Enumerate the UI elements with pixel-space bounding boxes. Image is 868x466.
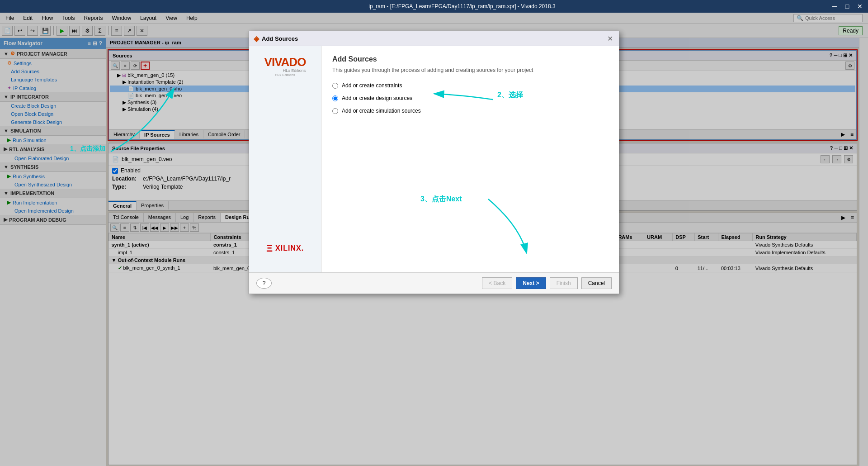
modal-body: VIVADO HLx Editions HLx Editions Ξ XILIN… [249,46,619,272]
option-simulation[interactable]: Add or create simulation sources [332,108,608,114]
option-design[interactable]: Add or create design sources [332,95,608,101]
modal-header: ◈ Add Sources ✕ [249,31,619,46]
close-button[interactable]: ✕ [855,3,864,10]
maximize-button[interactable]: □ [843,3,852,10]
window-controls[interactable]: ─ □ ✕ [830,3,864,10]
option-constraints[interactable]: Add or create constraints [332,82,608,89]
option-constraints-label: Add or create constraints [342,82,402,89]
vivado-logo: VIVADO HLx Editions HLx Editions [264,55,306,77]
title-bar: ip_ram - [E:/FPGA_Learn/FPGA/Day1117/ip_… [0,0,868,13]
radio-simulation[interactable] [332,108,338,114]
modal-branding: VIVADO HLx Editions HLx Editions Ξ XILIN… [249,46,321,272]
xi-symbol: Ξ [266,243,273,254]
window-title: ip_ram - [E:/FPGA_Learn/FPGA/Day1117/ip_… [94,3,830,10]
modal-title: ◈ Add Sources [254,34,298,43]
radio-constraints[interactable] [332,83,338,89]
option-simulation-label: Add or create simulation sources [342,108,421,114]
radio-design[interactable] [332,95,338,101]
modal-overlay: ◈ Add Sources ✕ VIVADO HLx Editions HLx … [0,13,868,466]
modal-content: Add Sources This guides you through the … [321,46,619,272]
option-design-label: Add or create design sources [342,95,412,101]
vivado-hlx-text: HLx Editions [264,73,306,77]
modal-help-button[interactable]: ? [256,278,272,289]
add-sources-modal: ◈ Add Sources ✕ VIVADO HLx Editions HLx … [249,31,619,294]
minimize-button[interactable]: ─ [830,3,839,10]
xilinx-text: XILINX. [275,244,304,252]
modal-next-button[interactable]: Next > [516,277,546,289]
vivado-icon: ◈ [254,34,259,43]
modal-heading: Add Sources [332,55,608,63]
modal-footer: ? < Back Next > Finish Cancel [249,272,619,294]
modal-back-button[interactable]: < Back [482,277,512,289]
xilinx-logo: Ξ XILINX. [266,243,304,254]
vivado-logo-text: VIVADO [264,55,306,69]
modal-finish-button[interactable]: Finish [550,277,578,289]
xilinx-logo-container: Ξ XILINX. [266,243,304,254]
radio-group: Add or create constraints Add or create … [332,82,608,114]
modal-cancel-button[interactable]: Cancel [581,277,612,289]
modal-description: This guides you through the process of a… [332,67,608,73]
modal-close-button[interactable]: ✕ [605,34,614,43]
